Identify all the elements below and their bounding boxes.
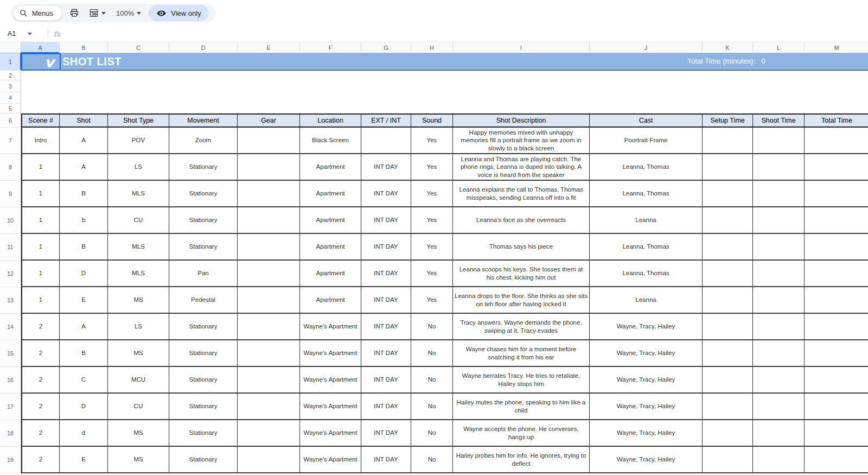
row-header-4[interactable]: 4 xyxy=(0,92,21,104)
column-header-F[interactable]: F xyxy=(300,42,361,53)
table-cell[interactable]: MS xyxy=(108,340,169,367)
table-cell[interactable]: Leanna, Thomas xyxy=(590,234,703,261)
row-header-16[interactable]: 16 xyxy=(0,367,21,394)
table-cell[interactable]: 1 xyxy=(22,154,60,181)
table-cell[interactable] xyxy=(238,420,300,447)
table-cell[interactable] xyxy=(805,394,868,420)
table-cell[interactable]: INT DAY xyxy=(361,394,411,420)
row-header-15[interactable]: 15 xyxy=(0,340,21,367)
table-cell[interactable] xyxy=(753,234,805,261)
table-cell[interactable] xyxy=(703,314,753,340)
row-header-6[interactable]: 6 xyxy=(0,113,21,128)
table-cell[interactable]: Wayne, Tracy, Hailey xyxy=(590,394,703,420)
table-cell[interactable]: Zoom xyxy=(169,128,238,154)
table-header-cell[interactable]: Movement xyxy=(169,115,238,128)
table-cell[interactable]: MLS xyxy=(108,181,169,207)
table-cell[interactable]: LS xyxy=(108,314,169,340)
table-cell[interactable]: INT DAY xyxy=(361,154,411,181)
table-cell[interactable]: INT DAY xyxy=(361,314,411,340)
table-cell[interactable]: CU xyxy=(108,207,169,234)
table-cell[interactable]: Apartment xyxy=(300,234,361,261)
table-cell[interactable] xyxy=(753,287,805,314)
row-header-12[interactable]: 12 xyxy=(0,261,21,287)
table-cell[interactable]: D xyxy=(60,394,108,420)
row-header-1[interactable]: 1 xyxy=(0,53,21,71)
table-cell[interactable]: Wayne accepts the phone. He converses, h… xyxy=(453,420,590,447)
table-cell[interactable] xyxy=(805,181,868,207)
table-header-cell[interactable]: Shot Type xyxy=(108,115,169,128)
print-button[interactable] xyxy=(67,5,82,21)
table-header-cell[interactable]: Total Time xyxy=(805,115,868,128)
table-cell[interactable]: Yes xyxy=(411,128,453,154)
table-cell[interactable]: Wayne, Tracy, Hailey xyxy=(590,367,703,394)
table-cell[interactable]: A xyxy=(60,314,108,340)
row-header-14[interactable]: 14 xyxy=(0,314,21,340)
table-cell[interactable]: Apartment xyxy=(300,154,361,181)
column-header-C[interactable]: C xyxy=(108,42,169,53)
table-cell[interactable]: 2 xyxy=(22,340,60,367)
table-cell[interactable]: Wayne's Apartment xyxy=(300,314,361,340)
table-cell[interactable] xyxy=(753,314,805,340)
table-cell[interactable]: Yes xyxy=(411,261,453,287)
table-cell[interactable]: Stationary xyxy=(169,447,238,473)
table-cell[interactable]: Pan xyxy=(169,261,238,287)
table-cell[interactable]: Intro xyxy=(22,128,60,154)
table-cell[interactable] xyxy=(805,128,868,154)
table-cell[interactable] xyxy=(703,207,753,234)
table-cell[interactable] xyxy=(753,207,805,234)
table-cell[interactable]: 2 xyxy=(22,314,60,340)
table-cell[interactable]: Yes xyxy=(411,154,453,181)
table-cell[interactable]: 2 xyxy=(22,367,60,394)
table-cell[interactable]: MS xyxy=(108,420,169,447)
table-cell[interactable]: Wayne's Apartment xyxy=(300,340,361,367)
table-cell[interactable]: B xyxy=(60,234,108,261)
table-cell[interactable] xyxy=(805,314,868,340)
table-cell[interactable] xyxy=(238,340,300,367)
column-header-H[interactable]: H xyxy=(411,42,453,53)
row-header-3[interactable]: 3 xyxy=(0,80,21,92)
title-banner[interactable]: v SHOT LIST Total Time (minutes): 0 xyxy=(21,53,868,71)
table-cell[interactable]: No xyxy=(411,420,453,447)
table-cell[interactable]: Poortrait Frame xyxy=(590,128,703,154)
table-cell[interactable] xyxy=(753,261,805,287)
table-header-cell[interactable]: Setup Time xyxy=(703,115,753,128)
table-cell[interactable] xyxy=(753,128,805,154)
table-cell[interactable] xyxy=(238,287,300,314)
table-cell[interactable]: Leanna and Thomas are playing catch. The… xyxy=(453,154,590,181)
table-cell[interactable]: Stationary xyxy=(169,420,238,447)
table-cell[interactable]: Tracy answers. Wayne demands the phone, … xyxy=(453,314,590,340)
table-cell[interactable]: Hailey mutes the phone, speaking to him … xyxy=(453,394,590,420)
table-cell[interactable]: MS xyxy=(108,287,169,314)
table-header-cell[interactable]: Cast xyxy=(590,115,703,128)
table-cell[interactable] xyxy=(703,420,753,447)
table-cell[interactable]: Stationary xyxy=(169,314,238,340)
row-header-2[interactable]: 2 xyxy=(0,71,21,80)
table-cell[interactable]: 1 xyxy=(22,207,60,234)
table-cell[interactable]: MLS xyxy=(108,234,169,261)
row-header-18[interactable]: 18 xyxy=(0,420,21,447)
table-cell[interactable]: Leanna xyxy=(590,207,703,234)
table-cell[interactable]: Apartment xyxy=(300,207,361,234)
table-cell[interactable]: Yes xyxy=(411,234,453,261)
table-header-cell[interactable]: Sound xyxy=(411,115,453,128)
table-cell[interactable]: Wayne's Apartment xyxy=(300,367,361,394)
table-header-cell[interactable]: Gear xyxy=(238,115,300,128)
table-cell[interactable]: Leanna drops to the floor. She thinks as… xyxy=(453,287,590,314)
table-cell[interactable] xyxy=(703,287,753,314)
table-cell[interactable]: Stationary xyxy=(169,234,238,261)
column-header-M[interactable]: M xyxy=(805,42,868,53)
table-cell[interactable] xyxy=(238,154,300,181)
table-cell[interactable] xyxy=(703,128,753,154)
row-header-8[interactable]: 8 xyxy=(0,154,21,181)
table-cell[interactable]: MCU xyxy=(108,367,169,394)
row-header-7[interactable]: 7 xyxy=(0,128,21,154)
table-cell[interactable]: 1 xyxy=(22,261,60,287)
table-cell[interactable] xyxy=(805,447,868,473)
table-cell[interactable]: Stationary xyxy=(169,394,238,420)
table-cell[interactable] xyxy=(805,207,868,234)
table-header-cell[interactable]: Location xyxy=(300,115,361,128)
table-cell[interactable]: Apartment xyxy=(300,287,361,314)
select-all-corner[interactable] xyxy=(0,42,21,53)
table-cell[interactable]: 2 xyxy=(22,394,60,420)
table-cell[interactable] xyxy=(703,394,753,420)
